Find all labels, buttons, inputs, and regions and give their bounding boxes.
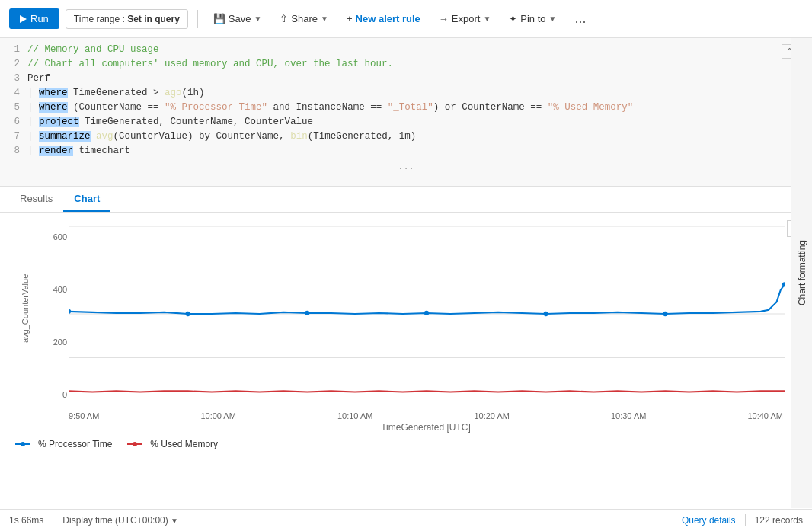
code-line-8: 8 | render timechart	[0, 146, 812, 160]
x-tick-1040: 10:40 AM	[747, 411, 782, 421]
code-editor[interactable]: 1 // Memory and CPU usage 2 // Chart all…	[0, 38, 812, 187]
new-alert-label: New alert rule	[356, 13, 420, 24]
run-icon	[20, 15, 27, 23]
y-tick-200: 200	[53, 337, 67, 347]
chart-svg	[69, 226, 785, 401]
line-num-8: 8	[0, 146, 27, 156]
export-icon: →	[439, 13, 449, 24]
time-range-value: Set in query	[127, 14, 180, 24]
legend-processor-label: % Processor Time	[38, 439, 112, 449]
share-label: Share	[291, 13, 318, 24]
legend-memory-label: % Used Memory	[150, 439, 218, 449]
processor-dot	[305, 311, 309, 315]
x-tick-1020: 10:20 AM	[474, 411, 509, 421]
export-button[interactable]: → Export ▼	[433, 9, 497, 28]
x-axis-label: TimeGenerated [UTC]	[69, 422, 783, 433]
toolbar: Run Time range : Set in query 💾 Save ▼ ⇧…	[0, 0, 812, 38]
code-content-2: // Chart all computers' used memory and …	[27, 59, 812, 69]
code-line-3: 3 Perf	[0, 73, 812, 88]
y-tick-0: 0	[62, 390, 67, 399]
chart-container: ‹‹ avg_CounterValue 600 400 200 0	[0, 213, 812, 456]
code-content-5: | where (CounterName == "% Processor Tim…	[27, 102, 812, 113]
x-tick-1000: 10:00 AM	[200, 411, 235, 421]
run-label: Run	[30, 13, 49, 24]
chart-formatting-label: Chart formatting	[797, 240, 807, 305]
more-button[interactable]: ...	[568, 9, 592, 28]
line-num-5: 5	[0, 102, 27, 113]
pin-button[interactable]: ✦ Pin to ▼	[503, 9, 562, 28]
x-tick-1030: 10:30 AM	[611, 411, 646, 421]
svg-point-6	[21, 442, 25, 446]
processor-dot	[544, 312, 548, 316]
line-num-3: 3	[0, 73, 27, 84]
share-chevron-icon: ▼	[321, 14, 328, 23]
x-axis-ticks: 9:50 AM 10:00 AM 10:10 AM 10:20 AM 10:30…	[69, 411, 783, 421]
save-chevron-icon: ▼	[254, 14, 261, 23]
chart-legend: % Processor Time % Used Memory	[6, 433, 806, 456]
chart-formatting-panel[interactable]: Chart formatting	[791, 38, 812, 456]
y-tick-400: 400	[53, 285, 67, 294]
code-line-4: 4 | where TimeGenerated > ago(1h)	[0, 88, 812, 102]
code-content-7: | summarize avg(CounterValue) by Counter…	[27, 131, 812, 142]
save-label: Save	[229, 13, 251, 24]
legend-processor-line-icon	[15, 440, 34, 448]
code-content-4: | where TimeGenerated > ago(1h)	[27, 88, 812, 98]
processor-dot	[424, 311, 429, 315]
y-axis-ticks: 600 400 200 0	[43, 232, 67, 399]
time-range-button[interactable]: Time range : Set in query	[66, 9, 188, 29]
tab-chart[interactable]: Chart	[63, 187, 110, 212]
export-label: Export	[452, 13, 481, 24]
memory-line	[69, 391, 785, 392]
processor-line	[69, 284, 785, 314]
code-content-6: | project TimeGenerated, CounterName, Co…	[27, 117, 812, 127]
toolbar-separator-1	[197, 10, 198, 28]
alert-icon: +	[347, 13, 353, 24]
export-chevron-icon: ▼	[483, 14, 491, 23]
processor-dot	[663, 312, 667, 316]
code-content-3: Perf	[27, 73, 812, 84]
line-num-7: 7	[0, 131, 27, 142]
pin-chevron-icon: ▼	[549, 14, 557, 23]
svg-point-8	[133, 442, 137, 446]
code-line-7: 7 | summarize avg(CounterValue) by Count…	[0, 131, 812, 146]
legend-memory-line-icon	[127, 440, 145, 448]
legend-memory: % Used Memory	[127, 439, 218, 449]
legend-processor: % Processor Time	[15, 439, 112, 449]
save-icon: 💾	[213, 13, 225, 24]
line-num-2: 2	[0, 59, 27, 69]
processor-dot	[69, 309, 71, 314]
share-button[interactable]: ⇧ Share ▼	[273, 9, 334, 28]
share-icon: ⇧	[280, 13, 288, 24]
y-tick-600: 600	[53, 232, 67, 242]
processor-dot	[186, 312, 190, 316]
x-tick-1010: 10:10 AM	[337, 411, 372, 421]
code-content-1: // Memory and CPU usage	[27, 44, 812, 55]
tab-results[interactable]: Results	[9, 187, 63, 212]
code-line-5: 5 | where (CounterName == "% Processor T…	[0, 102, 812, 117]
line-num-6: 6	[0, 117, 27, 127]
pin-icon: ✦	[509, 13, 517, 24]
time-range-prefix: Time range :	[74, 14, 125, 24]
x-tick-950: 9:50 AM	[69, 411, 99, 421]
code-content-8: | render timechart	[27, 146, 812, 156]
tabs-bar: Results Chart	[0, 187, 812, 213]
code-line-6: 6 | project TimeGenerated, CounterName, …	[0, 117, 812, 131]
y-axis-label: avg_CounterValue	[21, 305, 30, 343]
save-button[interactable]: 💾 Save ▼	[207, 9, 268, 28]
code-line-2: 2 // Chart all computers' used memory an…	[0, 59, 812, 73]
code-line-1: 1 // Memory and CPU usage	[0, 44, 812, 59]
new-alert-button[interactable]: + New alert rule	[340, 9, 427, 28]
editor-ellipsis: ...	[0, 160, 812, 174]
line-num-4: 4	[0, 88, 27, 98]
line-num-1: 1	[0, 44, 27, 55]
run-button[interactable]: Run	[9, 8, 59, 29]
pin-label: Pin to	[520, 13, 545, 24]
